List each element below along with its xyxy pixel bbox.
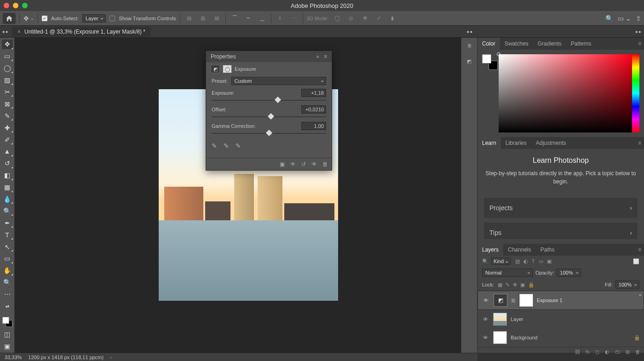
mask-icon[interactable]: ◯ [223,65,232,73]
collapse-tools-icon[interactable]: ▸▸ [0,29,12,34]
align-left-icon[interactable]: ▤ [184,13,194,23]
new-layer-icon[interactable]: ⊞ [626,349,630,355]
tab-adjustments[interactable]: Adjustments [531,137,571,149]
history-panel-icon[interactable]: ≣ [464,40,474,51]
tab-swatches[interactable]: Swatches [500,38,533,50]
collapse-panel-icon[interactable]: » [316,53,319,60]
lock-artboard-icon[interactable]: ▣ [520,282,525,288]
zoom-tool[interactable]: 🔍 [2,278,13,287]
minimize-icon[interactable] [13,3,18,8]
blend-mode-select[interactable]: Normal [482,269,533,277]
quick-mask-icon[interactable]: ◫ [2,329,13,339]
lock-transparency-icon[interactable]: ▦ [498,282,502,288]
align-top-icon[interactable]: ▔ [230,13,240,23]
layer-fx-icon[interactable]: fx [586,349,590,355]
link-layers-icon[interactable]: ⛓ [575,349,580,355]
layer-name[interactable]: Background [511,335,538,340]
offset-slider[interactable] [212,115,326,118]
shape-tool[interactable]: ▭ [2,254,13,264]
adjustment-thumb[interactable]: ◩ [494,294,507,307]
reset-icon[interactable]: ↺ [301,161,306,167]
eyedropper-white-icon[interactable]: ✎ [236,142,241,149]
edit-toolbar[interactable]: ⋯ [2,290,13,299]
status-more-icon[interactable]: › [110,355,112,360]
tab-gradients[interactable]: Gradients [533,38,566,50]
share-icon[interactable]: ⇧ [636,15,641,22]
close-icon[interactable] [4,3,9,8]
distribute-icon[interactable]: ⫴ [275,13,285,23]
opacity-value[interactable]: 100% [557,269,581,277]
panel-menu-icon[interactable]: ≡ [638,40,641,47]
panel-menu-icon[interactable]: ≡ [638,140,641,146]
add-mask-icon[interactable]: ◻ [595,349,599,355]
tab-paths[interactable]: Paths [536,244,559,256]
new-adjustment-icon[interactable]: ◐ [605,349,610,355]
gamma-slider[interactable] [212,132,326,135]
lock-position-icon[interactable]: ✥ [513,282,517,288]
auto-select-target[interactable]: Layer [82,14,106,23]
color-picker-field[interactable] [499,54,632,132]
zoom-level[interactable]: 33,33% [5,355,22,360]
more-align-icon[interactable]: ⋯ [289,13,299,23]
exposure-value[interactable]: +1,18 [301,89,326,97]
canvas-area[interactable]: Properties »≡ ◩ ◯ Exposure Preset: Custo… [15,38,461,353]
healing-tool[interactable]: ✚ [2,123,13,132]
tab-patterns[interactable]: Patterns [566,38,596,50]
layer-name[interactable]: Layer [511,316,523,322]
filter-adjustment-icon[interactable]: ◐ [523,258,528,264]
layer-thumb[interactable] [493,313,507,326]
eraser-tool[interactable]: ◧ [2,171,13,180]
dodge-tool[interactable]: 🔍 [2,206,13,216]
brush-tool[interactable]: ✐ [2,135,13,144]
layer-mask-thumb[interactable] [519,294,533,307]
layer-thumb[interactable] [493,331,507,344]
layer-row[interactable]: 👁 ◩ ⛓ Exposure 1 [477,291,644,310]
home-button[interactable] [3,13,16,24]
filter-type-icon[interactable]: T [532,258,535,264]
lock-all-icon[interactable]: 🔒 [528,282,535,288]
document-tab[interactable]: × Untitled-1 @ 33,3% (Exposure 1, Layer … [12,27,151,37]
visibility-icon[interactable]: 👁 [481,316,489,322]
clone-tool[interactable]: ▲ [2,147,13,156]
layer-filter-kind[interactable]: Kind [491,258,511,265]
lock-image-icon[interactable]: ✎ [506,282,510,288]
workspace-switcher[interactable]: ▭ ⌄ [618,15,631,22]
delete-layer-icon[interactable]: 🗑 [635,349,640,355]
collapse-mid-icon[interactable]: ◂◂ [466,29,473,34]
visibility-icon[interactable]: 👁 [482,298,490,303]
screen-mode-icon[interactable]: ▣ [2,341,13,351]
view-previous-icon[interactable]: 👁 [290,161,296,167]
panel-menu-icon[interactable]: ≡ [324,53,327,60]
align-middle-icon[interactable]: ━ [243,13,253,23]
tab-channels[interactable]: Channels [503,244,536,256]
frame-tool[interactable]: ⊠ [2,99,13,109]
filter-toggle-icon[interactable]: ⬜ [633,258,639,264]
new-group-icon[interactable]: 🗀 [615,349,620,355]
hue-slider[interactable] [632,54,639,132]
pen-tool[interactable]: ✒ [2,218,13,228]
eyedropper-gray-icon[interactable]: ✎ [224,142,229,149]
lasso-tool[interactable]: ◯ [2,63,13,73]
tab-libraries[interactable]: Libraries [501,137,531,149]
blur-tool[interactable]: 💧 [2,195,13,204]
align-right-icon[interactable]: ▤ [212,13,222,23]
crop-tool[interactable]: ✂ [2,87,13,97]
color-swap-icon[interactable]: ⇄ [2,302,13,311]
clip-to-layer-icon[interactable]: ▣ [280,161,285,167]
show-transform-checkbox[interactable] [109,16,115,21]
foreground-background-swatch[interactable] [2,317,12,327]
properties-panel-icon[interactable]: ◩ [464,56,474,66]
toggle-visibility-icon[interactable]: 👁 [311,161,317,167]
move-tool-indicator[interactable]: ✥⌄ [23,15,34,22]
history-brush-tool[interactable]: ↺ [2,159,13,168]
color-fg-bg-swatch[interactable] [482,54,495,67]
tab-color[interactable]: Color [477,38,500,50]
learn-tips-button[interactable]: Tips › [484,223,638,239]
hand-tool[interactable]: ✋ [2,266,13,275]
search-icon[interactable]: 🔍 [605,15,613,22]
filter-shape-icon[interactable]: ▭ [539,258,543,264]
properties-tab[interactable]: Properties [211,53,236,60]
marquee-tool[interactable]: ▭ [2,52,13,61]
align-bottom-icon[interactable]: ▁ [257,13,267,23]
delete-adjustment-icon[interactable]: 🗑 [322,161,328,167]
